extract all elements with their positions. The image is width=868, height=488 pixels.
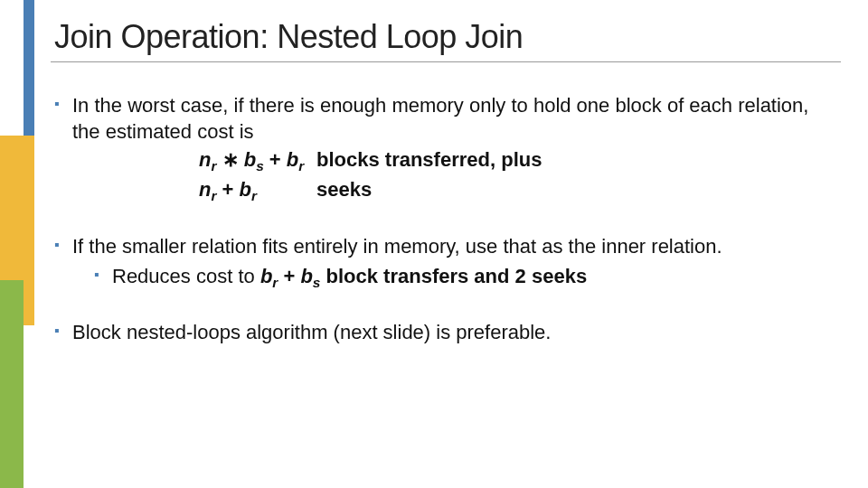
formula-block: nr ∗ bs + br blocks transferred, plus nr… — [199, 146, 841, 206]
formula-line-1: nr ∗ bs + br blocks transferred, plus — [199, 146, 841, 176]
decorative-sidebar — [0, 0, 34, 488]
sidebar-green-bar — [0, 280, 24, 488]
bullet-3: Block nested-loops algorithm (next slide… — [54, 320, 841, 346]
formula-desc-2: seeks — [316, 176, 372, 203]
formula-expr-2: nr + br — [199, 176, 307, 206]
sub-suffix: block transfers and 2 seeks — [320, 265, 587, 287]
bullet-2-text: If the smaller relation fits entirely in… — [72, 235, 722, 258]
bullet-3-text: Block nested-loops algorithm (next slide… — [72, 321, 551, 343]
bullet-list: In the worst case, if there is enough me… — [54, 93, 841, 346]
bullet-2: If the smaller relation fits entirely in… — [54, 234, 841, 294]
bullet-1: In the worst case, if there is enough me… — [54, 93, 841, 207]
formula-desc-1: blocks transferred, plus — [316, 146, 542, 174]
bullet-1-text: In the worst case, if there is enough me… — [72, 94, 808, 143]
slide-content: Join Operation: Nested Loop Join In the … — [54, 18, 841, 373]
formula-line-2: nr + br seeks — [199, 176, 841, 206]
bullet-2-sub: Reduces cost to br + bs block transfers … — [72, 263, 841, 293]
formula-expr-1: nr ∗ bs + br — [199, 146, 307, 176]
slide-title: Join Operation: Nested Loop Join — [54, 18, 841, 56]
sub-prefix: Reduces cost to — [112, 265, 260, 287]
title-underline — [51, 61, 841, 62]
